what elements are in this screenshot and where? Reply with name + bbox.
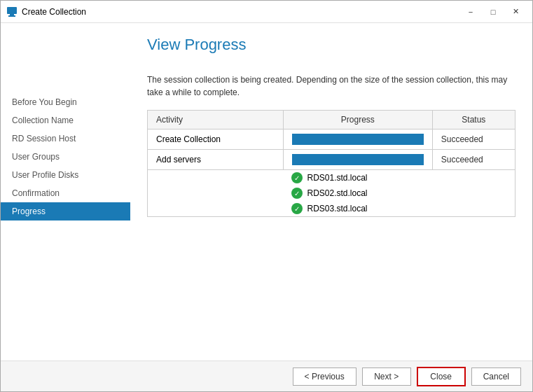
close-button[interactable]: Close (417, 367, 466, 386)
main-content: View Progress The session collection is … (130, 23, 532, 360)
check-icon-rds02: ✓ (291, 188, 303, 199)
server-label-rds01: RDS01.std.local (307, 173, 367, 183)
progress-bar-fill (292, 134, 424, 145)
table-row: Create Collection Succeeded (148, 130, 515, 150)
sub-row-spacer-3 (148, 201, 284, 217)
window-title: Create Collection (22, 7, 459, 17)
cancel-button[interactable]: Cancel (471, 368, 521, 386)
main-window: Create Collection − □ ✕ Before You Begin… (0, 0, 533, 392)
col-header-status: Status (432, 111, 515, 130)
window-icon (6, 6, 18, 18)
sub-row-spacer (148, 170, 284, 186)
window-close-button[interactable]: ✕ (504, 3, 527, 21)
body-layout: Before You Begin Collection Name RD Sess… (1, 23, 532, 391)
top-section: Before You Begin Collection Name RD Sess… (1, 23, 532, 360)
next-button[interactable]: Next > (362, 368, 411, 386)
previous-button[interactable]: < Previous (293, 368, 357, 386)
title-bar: Create Collection − □ ✕ (1, 1, 532, 23)
table-row: Add servers Succeeded (148, 150, 515, 170)
sidebar-item-rd-session-host[interactable]: RD Session Host (1, 130, 130, 148)
sidebar-item-progress[interactable]: Progress (1, 202, 130, 220)
maximize-button[interactable]: □ (482, 3, 504, 21)
sub-row-rds03: ✓ RDS03.std.local (148, 201, 515, 217)
status-create-collection: Succeeded (432, 130, 515, 150)
footer: < Previous Next > Close Cancel (1, 360, 532, 391)
sidebar-item-user-profile-disks[interactable]: User Profile Disks (1, 166, 130, 184)
minimize-button[interactable]: − (459, 3, 482, 21)
server-item-rds01: ✓ RDS01.std.local (283, 170, 515, 186)
svg-rect-2 (8, 15, 15, 17)
sub-row-rds02: ✓ RDS02.std.local (148, 186, 515, 201)
progress-bar-bg-2 (292, 154, 424, 165)
server-item-rds03-container: ✓ RDS03.std.local (291, 203, 506, 214)
server-item-rds03: ✓ RDS03.std.local (283, 201, 515, 217)
progress-bar-add-servers (283, 150, 432, 170)
check-icon-rds03: ✓ (291, 203, 303, 214)
sidebar-item-collection-name[interactable]: Collection Name (1, 111, 130, 130)
page-title: View Progress (147, 36, 515, 54)
progress-table: Activity Progress Status Create Collecti… (147, 110, 515, 217)
server-item-rds02: ✓ RDS02.std.local (283, 186, 515, 201)
check-icon-rds01: ✓ (291, 172, 303, 183)
col-header-progress: Progress (283, 111, 432, 130)
server-item-rds02-container: ✓ RDS02.std.local (291, 188, 506, 199)
sidebar-item-user-groups[interactable]: User Groups (1, 148, 130, 166)
page-header: View Progress (130, 23, 532, 62)
progress-bar-bg (292, 134, 424, 145)
progress-bar-fill-2 (292, 154, 424, 165)
sidebar-spacer (1, 23, 130, 93)
window-controls: − □ ✕ (459, 3, 527, 21)
server-item-rds01-container: ✓ RDS01.std.local (291, 172, 506, 183)
activity-create-collection: Create Collection (148, 130, 284, 150)
sub-row-spacer-2 (148, 186, 284, 201)
progress-bar-create-collection (283, 130, 432, 150)
status-add-servers: Succeeded (432, 150, 515, 170)
main-body: The session collection is being created.… (130, 62, 532, 360)
col-header-activity: Activity (148, 111, 284, 130)
server-label-rds03: RDS03.std.local (307, 204, 367, 214)
sub-row-rds01: ✓ RDS01.std.local (148, 170, 515, 186)
svg-rect-0 (7, 7, 17, 14)
sidebar: Before You Begin Collection Name RD Sess… (1, 23, 130, 360)
activity-add-servers: Add servers (148, 150, 284, 170)
server-label-rds02: RDS02.std.local (307, 188, 367, 198)
sidebar-item-before-you-begin[interactable]: Before You Begin (1, 93, 130, 111)
description-text: The session collection is being created.… (147, 74, 511, 99)
sidebar-item-confirmation[interactable]: Confirmation (1, 184, 130, 202)
